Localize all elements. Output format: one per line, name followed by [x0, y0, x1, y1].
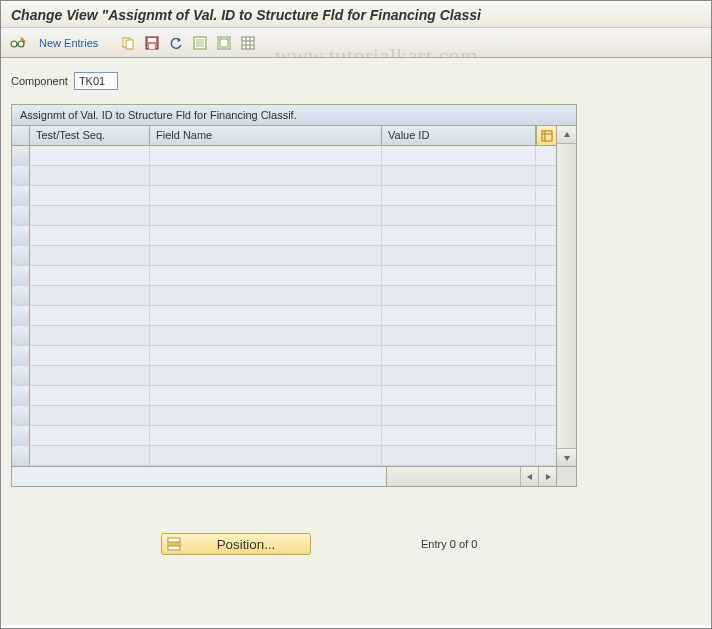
cell-test[interactable]: [30, 406, 150, 425]
row-selector[interactable]: [12, 326, 30, 345]
cell-test[interactable]: [30, 186, 150, 205]
cell-valueid[interactable]: [382, 226, 536, 245]
select-all-button[interactable]: [190, 33, 210, 53]
cell-valueid[interactable]: [382, 166, 536, 185]
cell-fieldname[interactable]: [150, 226, 382, 245]
vertical-scrollbar[interactable]: [556, 126, 576, 466]
cell-valueid[interactable]: [382, 366, 536, 385]
cell-valueid[interactable]: [382, 346, 536, 365]
chevron-up-icon: [563, 131, 571, 139]
component-field-row: Component: [11, 72, 701, 90]
cell-valueid[interactable]: [382, 286, 536, 305]
row-selector[interactable]: [12, 146, 30, 165]
scroll-right-button[interactable]: [538, 467, 556, 486]
cell-fieldname[interactable]: [150, 406, 382, 425]
cell-fieldname[interactable]: [150, 306, 382, 325]
cell-valueid[interactable]: [382, 146, 536, 165]
cell-fieldname[interactable]: [150, 246, 382, 265]
cell-test[interactable]: [30, 266, 150, 285]
cell-valueid[interactable]: [382, 246, 536, 265]
cell-valueid[interactable]: [382, 446, 536, 465]
row-selector[interactable]: [12, 366, 30, 385]
cell-test[interactable]: [30, 206, 150, 225]
cell-valueid[interactable]: [382, 406, 536, 425]
table-config-icon: [541, 130, 553, 142]
row-selector[interactable]: [12, 306, 30, 325]
column-header-test[interactable]: Test/Test Seq.: [30, 126, 150, 145]
cell-fieldname[interactable]: [150, 426, 382, 445]
cell-valueid[interactable]: [382, 426, 536, 445]
copy-button[interactable]: [118, 33, 138, 53]
scroll-down-button[interactable]: [557, 448, 576, 466]
horizontal-scrollbar[interactable]: [386, 467, 556, 486]
cell-test[interactable]: [30, 346, 150, 365]
column-header-fieldname[interactable]: Field Name: [150, 126, 382, 145]
cell-valueid[interactable]: [382, 326, 536, 345]
cell-test[interactable]: [30, 386, 150, 405]
cell-test[interactable]: [30, 426, 150, 445]
cell-fieldname[interactable]: [150, 366, 382, 385]
row-selector[interactable]: [12, 286, 30, 305]
row-selector[interactable]: [12, 426, 30, 445]
row-selector[interactable]: [12, 386, 30, 405]
deselect-all-icon: [217, 36, 231, 50]
row-selector[interactable]: [12, 226, 30, 245]
cell-test[interactable]: [30, 446, 150, 465]
cell-test[interactable]: [30, 286, 150, 305]
cell-pad: [536, 186, 556, 205]
row-selector[interactable]: [12, 186, 30, 205]
table-row: [12, 306, 556, 326]
cell-fieldname[interactable]: [150, 186, 382, 205]
cell-pad: [536, 366, 556, 385]
row-selector[interactable]: [12, 166, 30, 185]
vscroll-track[interactable]: [557, 144, 576, 448]
cell-fieldname[interactable]: [150, 266, 382, 285]
row-selector[interactable]: [12, 346, 30, 365]
row-selector[interactable]: [12, 206, 30, 225]
cell-test[interactable]: [30, 306, 150, 325]
undo-button[interactable]: [166, 33, 186, 53]
other-view-button[interactable]: [7, 33, 29, 53]
cell-valueid[interactable]: [382, 266, 536, 285]
scroll-left-button[interactable]: [520, 467, 538, 486]
cell-test[interactable]: [30, 226, 150, 245]
cell-test[interactable]: [30, 146, 150, 165]
svg-rect-19: [542, 131, 552, 141]
table-config-button[interactable]: [536, 126, 556, 145]
cell-valueid[interactable]: [382, 186, 536, 205]
cell-fieldname[interactable]: [150, 386, 382, 405]
row-selector[interactable]: [12, 246, 30, 265]
svg-marker-25: [546, 474, 551, 480]
new-entries-button[interactable]: New Entries: [33, 37, 104, 49]
column-header-valueid[interactable]: Value ID: [382, 126, 536, 145]
svg-rect-8: [149, 44, 155, 49]
hscroll-track[interactable]: [387, 467, 520, 486]
cell-valueid[interactable]: [382, 306, 536, 325]
cell-fieldname[interactable]: [150, 286, 382, 305]
cell-test[interactable]: [30, 166, 150, 185]
table-settings-button[interactable]: [238, 33, 258, 53]
svg-point-1: [18, 41, 24, 47]
cell-fieldname[interactable]: [150, 166, 382, 185]
cell-fieldname[interactable]: [150, 346, 382, 365]
row-selector[interactable]: [12, 446, 30, 465]
row-selector[interactable]: [12, 406, 30, 425]
component-input[interactable]: [74, 72, 118, 90]
cell-valueid[interactable]: [382, 386, 536, 405]
position-button[interactable]: Position...: [161, 533, 311, 555]
svg-rect-14: [242, 37, 254, 49]
save-button[interactable]: [142, 33, 162, 53]
cell-fieldname[interactable]: [150, 146, 382, 165]
cell-test[interactable]: [30, 366, 150, 385]
cell-fieldname[interactable]: [150, 326, 382, 345]
cell-test[interactable]: [30, 246, 150, 265]
row-selector[interactable]: [12, 266, 30, 285]
cell-valueid[interactable]: [382, 206, 536, 225]
table-row: [12, 146, 556, 166]
deselect-all-button[interactable]: [214, 33, 234, 53]
cell-fieldname[interactable]: [150, 446, 382, 465]
cell-test[interactable]: [30, 326, 150, 345]
scroll-up-button[interactable]: [557, 126, 576, 144]
cell-fieldname[interactable]: [150, 206, 382, 225]
row-selector-header[interactable]: [12, 126, 30, 145]
